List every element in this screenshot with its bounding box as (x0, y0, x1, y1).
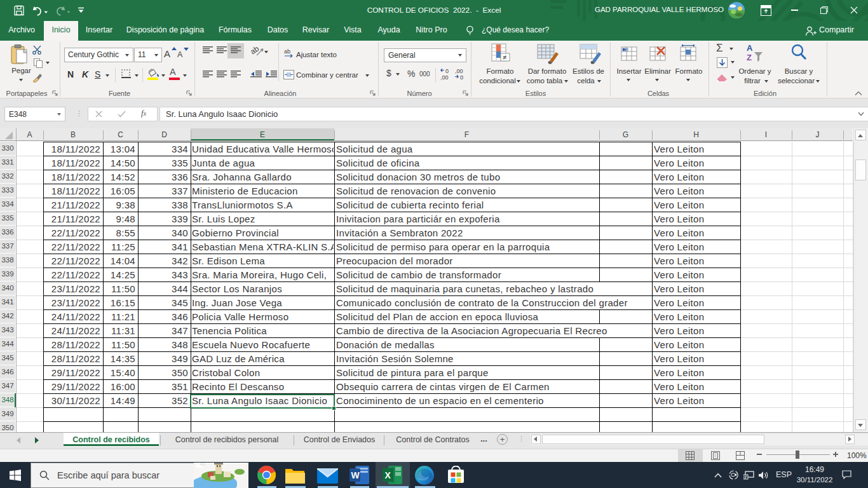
svg-text:A: A (747, 43, 753, 53)
svg-text:0: 0 (445, 68, 449, 74)
svg-text:Z: Z (747, 53, 752, 62)
svg-text:X: X (385, 470, 391, 480)
svg-text:,00: ,00 (440, 74, 449, 81)
svg-text:ab: ab (284, 48, 290, 55)
svg-text:W: W (351, 470, 360, 480)
svg-text:,00: ,00 (455, 68, 463, 74)
svg-text:≠: ≠ (503, 53, 506, 61)
